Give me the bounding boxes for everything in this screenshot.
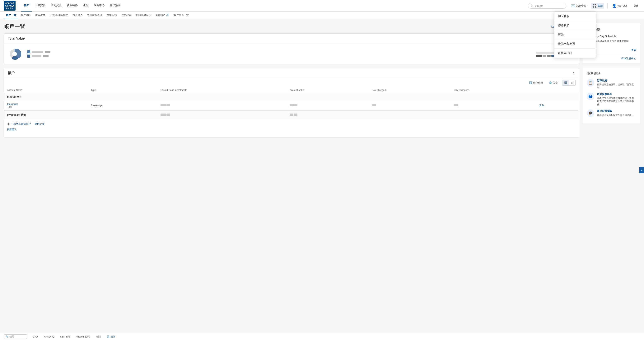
message-label: 訊息中心 (576, 4, 586, 8)
user-icon: 👤 (612, 4, 616, 8)
total-cash (158, 111, 287, 119)
search-input[interactable] (535, 4, 564, 7)
subnav-income[interactable]: 投資收入 (70, 12, 85, 19)
investment-total-row: Investment 總值 (4, 111, 578, 119)
academy-title[interactable]: 嘉信投資講堂 (597, 109, 612, 112)
content-main: 帳戶一覽 已更 ❓ 幫助 🖨️ 打印 Total Value (4, 23, 579, 141)
table-head: Account Name Type Cash & Cash Investment… (4, 87, 578, 93)
dropdown-item-chat[interactable]: 聊天客服 (554, 12, 596, 21)
day-change-pct-cell (451, 100, 536, 111)
logo-schwab: SCHWAB (5, 5, 14, 8)
mask-3 (290, 104, 293, 106)
total-empty-2 (451, 111, 536, 119)
nav-item-accounts[interactable]: 帳戶 (21, 0, 32, 12)
mask-1 (160, 104, 166, 106)
subnav-holdings[interactable]: 庫存證券 (33, 12, 48, 19)
mask-4 (293, 104, 298, 106)
total-value-card-header: Total Value ∧ (4, 34, 578, 43)
mask-5 (372, 104, 376, 106)
dropdown-item-forms[interactable]: 表格與申請 (554, 49, 596, 58)
order-status-desc: 如要追蹤您的訂單，請前往「訂單狀態」。 (597, 83, 636, 90)
subnav-balance[interactable]: 帳戶結餘 (18, 12, 33, 19)
col-actions (536, 87, 578, 93)
total-label: Investment 總值 (4, 111, 158, 119)
settings-btn[interactable]: ⚙️ 設定 (547, 80, 560, 85)
subnav-history[interactable]: 歷史記錄 (119, 12, 134, 19)
message-icon: ✉️ (571, 4, 575, 8)
more-cell: 更多 (536, 100, 578, 111)
mask-10 (294, 113, 298, 116)
mask-7 (160, 113, 166, 116)
nav-item-trade[interactable]: 下單買賣 (32, 0, 48, 12)
account-link[interactable]: Individual (7, 103, 18, 105)
dropdown-item-help[interactable]: 幫助 (554, 30, 596, 39)
section-label: Investment (4, 93, 578, 100)
subnav-client-relations[interactable]: 客戶關係一覽 (172, 12, 191, 19)
total-value-body (4, 43, 578, 65)
add-account-btn[interactable]: ➕ + 新增非嘉信帳戶 (7, 122, 31, 126)
accounts-table-wrap: ℹ️ 額外信息 ⚙️ 設定 ☰ ⊞ Account Na (4, 78, 578, 137)
view-table-btn[interactable]: ☰ (562, 80, 569, 85)
col-type: Type (88, 87, 158, 93)
value-masked (290, 104, 298, 106)
logout-btn[interactable]: 登出 (632, 3, 640, 8)
total-cash-masked (160, 113, 170, 116)
more-news-link[interactable]: 前往訊息中心 (621, 57, 636, 60)
order-status-title[interactable]: 訂單狀態 (597, 79, 607, 82)
account-type-cell: Brokerage (88, 100, 158, 111)
bar-seg-3 (547, 55, 550, 57)
proxy-voting-icon: 🗳️ (587, 93, 594, 100)
view-grid-btn[interactable]: ⊞ (569, 80, 575, 85)
pie-chart (8, 47, 21, 61)
account-number: ...112 (7, 106, 85, 108)
svg-point-3 (12, 52, 17, 56)
proxy-voting-desc: 查看您的代理投票資料並在網上投票. 檢查您是否有即將發生的代理投票事件. (597, 97, 636, 106)
subnav-performance[interactable]: 投資組合表現 (85, 12, 104, 19)
total-value-card: Total Value ∧ (4, 33, 579, 65)
total-value-title: Total Value (8, 37, 25, 41)
day-change-dollar-masked (372, 104, 376, 106)
logout-label: 登出 (634, 4, 639, 8)
dropdown-item-debit[interactable]: 借記卡和支票 (554, 39, 596, 49)
mask-2 (166, 104, 170, 106)
headset-icon: 🎧 (592, 4, 597, 8)
proxy-voting-title[interactable]: 股東投票事件 (597, 93, 612, 96)
logo-sub: 嘉信理財 (5, 8, 14, 10)
subnav-realized[interactable]: 已實現利得/損失 (48, 12, 70, 19)
message-center-btn[interactable]: ✉️ 訊息中心 (570, 3, 588, 9)
gear-icon: ⚙️ (549, 81, 552, 84)
collapse-accounts-btn[interactable]: ∧ (572, 71, 575, 75)
nav-item-transfer[interactable]: 資金轉移 (64, 0, 80, 12)
nav-separator (607, 3, 608, 9)
account-value-cell (286, 100, 368, 111)
extra-info-btn[interactable]: ℹ️ 額外信息 (527, 80, 545, 85)
profile-btn[interactable]: 👤 帳戶檔案 (611, 3, 629, 9)
logo: charles SCHWAB 嘉信理財 (4, 1, 16, 11)
subnav-open-account[interactable]: 開新帳戶 🔗 (153, 12, 172, 19)
view-link[interactable]: 查看 (631, 48, 636, 52)
nav-item-research[interactable]: 研究資訊 (48, 0, 64, 12)
subnav-corporate[interactable]: 公司行動 (104, 12, 119, 19)
dropdown-item-contact[interactable]: 聯絡我們 (554, 21, 596, 30)
subnav-overview[interactable]: 帳戶一覽 (4, 12, 18, 19)
nav-item-products[interactable]: 產品 (80, 0, 91, 12)
add-account-label: + 新增非嘉信帳戶 (11, 122, 31, 126)
account-name-cell: Individual ...112 (4, 100, 88, 111)
customer-label: 客服 (598, 4, 603, 8)
learn-more-link[interactable]: 瞭解更多 (35, 122, 45, 126)
more-link[interactable]: 更多 (539, 104, 544, 107)
nav-item-learning[interactable]: 學習中心 (91, 0, 107, 12)
legend-item-2 (27, 55, 30, 58)
disclosure-link[interactable]: 披露聲明 (7, 128, 576, 131)
main-navigation: 帳戶 下單買賣 研究資訊 資金轉移 產品 學習中心 操作指南 (21, 0, 528, 12)
footer-actions: ➕ + 新增非嘉信帳戶 瞭解更多 披露聲明 (4, 119, 578, 134)
page-title-row: 帳戶一覽 已更 ❓ 幫助 🖨️ 打印 (4, 23, 579, 30)
settings-label: 設定 (553, 81, 558, 85)
customer-service-btn[interactable]: 🎧 客服 (591, 3, 604, 9)
table-toolbar: ℹ️ 額外信息 ⚙️ 設定 ☰ ⊞ (4, 78, 578, 87)
proxy-voting-text: 股東投票事件 查看您的代理投票資料並在網上投票. 檢查您是否有即將發生的代理投票… (597, 93, 636, 106)
order-status-icon: 📋 (587, 79, 594, 87)
search-box[interactable] (528, 3, 566, 9)
nav-item-guide[interactable]: 操作指南 (107, 0, 123, 12)
subnav-statements[interactable]: 對帳單與稅表 (134, 12, 153, 19)
